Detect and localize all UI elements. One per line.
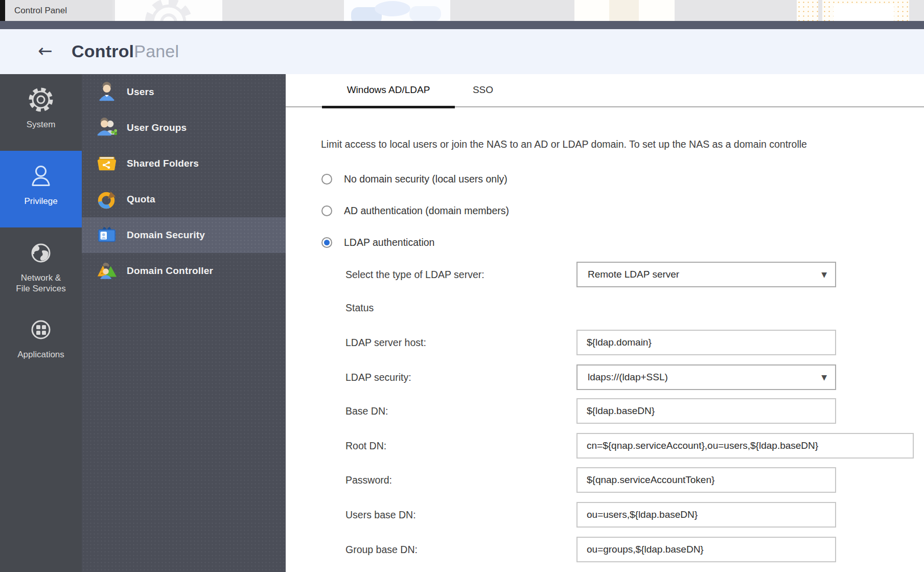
taskbar-tab-control-panel[interactable]: Control Panel — [5, 0, 112, 21]
menu-item-label: Users — [127, 86, 154, 98]
root-dn-input[interactable] — [576, 433, 914, 459]
strip-notch — [0, 0, 5, 21]
users-base-dn-label: Users base DN: — [345, 509, 416, 521]
window-preview-thumbnail[interactable] — [115, 0, 222, 21]
menu-item-label: User Groups — [127, 122, 187, 133]
task-switcher-strip: Control Panel — [0, 0, 924, 21]
preview-inner-panel — [834, 4, 894, 21]
preview-dotted-panel — [822, 0, 909, 21]
ldap-security-dropdown[interactable]: ldaps://(ldap+SSL) ▼ — [576, 364, 836, 390]
radio-no-domain-security[interactable]: No domain security (local users only) — [321, 172, 507, 186]
faded-gear-icon — [141, 0, 197, 21]
person-icon — [27, 162, 55, 191]
password-label: Password: — [345, 474, 392, 486]
ldap-security-label: LDAP security: — [345, 371, 411, 383]
sidebar-item-label: Privilege — [24, 196, 57, 207]
sidebar-item-label: Applications — [17, 349, 64, 360]
sidebar-item-label: System — [27, 119, 56, 130]
radio-ldap-authentication[interactable]: LDAP authentication — [321, 236, 434, 249]
menu-item-user-groups[interactable]: User Groups — [82, 110, 286, 146]
sidebar-item-privilege[interactable]: Privilege — [0, 151, 82, 227]
tab-label: Windows AD/LDAP — [347, 84, 430, 95]
menu-item-quota[interactable]: Quota — [82, 181, 286, 217]
ldap-type-dropdown[interactable]: Remote LDAP server ▼ — [576, 262, 836, 287]
page-title: ControlPanel — [72, 41, 179, 61]
menu-item-domain-security[interactable]: Domain Security — [82, 217, 286, 253]
password-input[interactable] — [576, 467, 836, 493]
privilege-menu: Users User Groups — [82, 74, 286, 572]
menu-item-label: Domain Controller — [127, 265, 213, 277]
tab-bar: Windows AD/LDAP SSO — [286, 74, 924, 107]
dropdown-value: Remote LDAP server — [588, 269, 679, 280]
gear-icon — [27, 85, 55, 114]
domain-security-panel: Windows AD/LDAP SSO Limit access to loca… — [286, 74, 924, 572]
tab-label: SSO — [473, 84, 493, 95]
menu-item-label: Shared Folders — [127, 158, 199, 169]
page-title-bold: Control — [72, 41, 134, 61]
preview-dotted-panel — [797, 0, 818, 21]
page-title-light: Panel — [134, 41, 179, 61]
preview-blob — [375, 1, 410, 16]
sidebar-item-system[interactable]: System — [0, 74, 82, 151]
users-icon — [96, 81, 118, 103]
menu-item-shared-folders[interactable]: Shared Folders — [82, 146, 286, 181]
user-groups-icon — [96, 117, 118, 139]
chevron-down-icon: ▼ — [821, 263, 827, 286]
ldap-type-label: Select the type of LDAP server: — [345, 268, 484, 281]
chevron-down-icon: ▼ — [821, 365, 827, 389]
users-base-dn-input[interactable] — [576, 502, 836, 528]
radio-circle-icon — [321, 205, 332, 216]
group-base-dn-label: Group base DN: — [345, 543, 418, 556]
window-preview-thumbnail[interactable] — [344, 0, 450, 21]
domain-security-badge-icon — [96, 224, 118, 246]
window-preview-thumbnail[interactable] — [574, 0, 675, 21]
dropdown-value: ldaps://(ldap+SSL) — [588, 372, 668, 382]
ldap-server-host-label: LDAP server host: — [345, 336, 426, 349]
tab-windows-ad-ldap[interactable]: Windows AD/LDAP — [322, 74, 455, 107]
status-label: Status — [345, 302, 374, 314]
panel-description: Limit access to local users or join the … — [321, 139, 924, 150]
primary-sidebar: System Privilege Network & File Services — [0, 74, 82, 572]
sidebar-item-applications[interactable]: Applications — [0, 304, 82, 381]
globe-icon — [27, 239, 55, 267]
root-dn-label: Root DN: — [345, 440, 386, 452]
title-divider-bar — [0, 21, 924, 29]
preview-band — [609, 0, 639, 21]
back-arrow-icon[interactable]: ← — [38, 40, 53, 61]
ldap-server-host-input[interactable] — [576, 330, 836, 355]
sidebar-item-network-file-services[interactable]: Network & File Services — [0, 227, 82, 304]
base-dn-input[interactable] — [576, 398, 836, 424]
menu-item-label: Quota — [127, 194, 155, 205]
quota-pie-icon — [96, 189, 118, 210]
menu-item-domain-controller[interactable]: Domain Controller — [82, 253, 286, 289]
radio-label: No domain security (local users only) — [344, 173, 507, 185]
preview-blob — [409, 6, 441, 21]
radio-label: LDAP authentication — [344, 237, 434, 248]
tab-sso[interactable]: SSO — [463, 74, 503, 107]
apps-grid-icon — [27, 315, 55, 344]
base-dn-label: Base DN: — [345, 405, 388, 417]
menu-item-users[interactable]: Users — [82, 74, 286, 110]
group-base-dn-input[interactable] — [576, 537, 836, 562]
window-preview-thumbnail[interactable] — [797, 0, 909, 21]
menu-item-label: Domain Security — [127, 230, 205, 241]
control-panel-window: Control Panel ← ControlPanel — [0, 0, 924, 572]
shared-folder-icon — [96, 153, 118, 174]
radio-ad-authentication[interactable]: AD authentication (domain members) — [321, 204, 509, 217]
domain-controller-icon — [96, 260, 118, 282]
radio-circle-icon — [321, 237, 332, 248]
active-tab-underline — [322, 106, 455, 108]
sidebar-item-label: Network & File Services — [16, 272, 65, 294]
app-header: ← ControlPanel — [0, 29, 924, 74]
radio-label: AD authentication (domain members) — [344, 205, 509, 217]
radio-circle-icon — [321, 174, 332, 185]
